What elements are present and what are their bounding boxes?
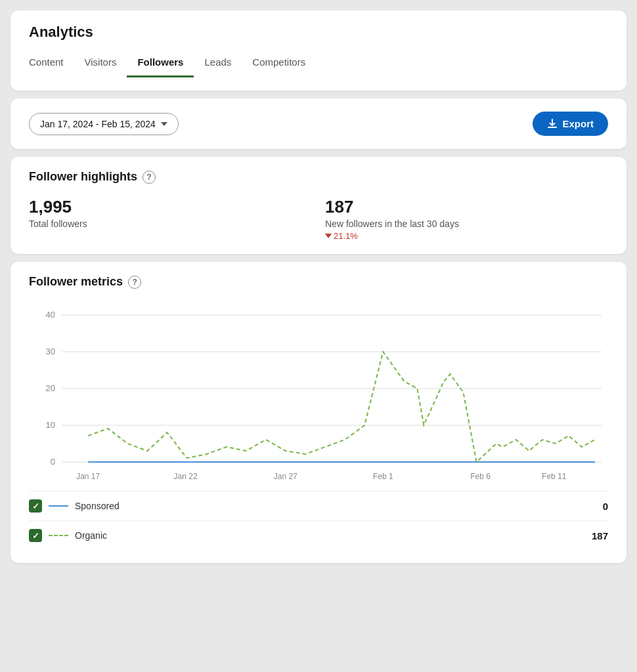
sponsored-legend-row: ✓ Sponsored 0 [29, 491, 608, 520]
followers-change-badge: 21.1% [325, 231, 608, 241]
tab-followers[interactable]: Followers [127, 51, 194, 77]
page-title: Analytics [29, 24, 608, 41]
highlights-grid: 1,995 Total followers 187 New followers … [29, 197, 608, 241]
total-followers-label: Total followers [29, 219, 312, 229]
new-followers-stat: 187 New followers in the last 30 days 21… [325, 197, 608, 241]
organic-label: Organic [75, 530, 585, 541]
svg-text:0: 0 [51, 457, 55, 467]
svg-text:Jan 22: Jan 22 [174, 472, 198, 481]
date-export-card: Jan 17, 2024 - Feb 15, 2024 Export [11, 98, 626, 149]
follower-metrics-title: Follower metrics ? [29, 275, 608, 289]
follower-highlights-title: Follower highlights ? [29, 170, 608, 184]
svg-text:Jan 27: Jan 27 [274, 472, 297, 481]
organic-line-indicator [49, 535, 68, 536]
export-button[interactable]: Export [533, 112, 608, 136]
total-followers-stat: 1,995 Total followers [29, 197, 312, 241]
chart-container: 40 30 20 10 0 Jan 17 Jan 22 Jan 27 Feb 1… [29, 302, 608, 486]
chevron-down-icon [161, 122, 167, 126]
decrease-icon [325, 234, 332, 238]
new-followers-label: New followers in the last 30 days [325, 219, 608, 229]
chart-area: 40 30 20 10 0 Jan 17 Jan 22 Jan 27 Feb 1… [29, 302, 608, 550]
metrics-help-icon[interactable]: ? [128, 276, 141, 289]
chart-legend: ✓ Sponsored 0 ✓ Organic 187 [29, 491, 608, 550]
line-chart: 40 30 20 10 0 Jan 17 Jan 22 Jan 27 Feb 1… [29, 302, 608, 486]
export-label: Export [562, 118, 594, 129]
organic-line [88, 352, 595, 462]
svg-text:Feb 11: Feb 11 [542, 472, 567, 481]
date-range-picker[interactable]: Jan 17, 2024 - Feb 15, 2024 [29, 113, 179, 135]
total-followers-value: 1,995 [29, 197, 312, 217]
date-range-label: Jan 17, 2024 - Feb 15, 2024 [40, 119, 156, 129]
sponsored-checkbox[interactable]: ✓ [29, 499, 42, 513]
svg-text:10: 10 [46, 420, 55, 430]
tab-competitors[interactable]: Competitors [242, 51, 316, 77]
tab-content[interactable]: Content [29, 51, 74, 77]
tab-leads[interactable]: Leads [194, 51, 242, 77]
svg-text:Feb 1: Feb 1 [373, 472, 393, 481]
analytics-tabs: Content Visitors Followers Leads Competi… [29, 51, 608, 77]
new-followers-value: 187 [325, 197, 608, 217]
svg-text:Jan 17: Jan 17 [76, 472, 100, 481]
analytics-header-card: Analytics Content Visitors Followers Lea… [11, 10, 626, 91]
sponsored-value: 0 [603, 501, 608, 512]
sponsored-label: Sponsored [75, 501, 596, 511]
tab-visitors[interactable]: Visitors [74, 51, 127, 77]
date-export-row: Jan 17, 2024 - Feb 15, 2024 Export [29, 112, 608, 136]
followers-change-value: 21.1% [334, 231, 358, 241]
organic-value: 187 [592, 530, 608, 541]
download-icon [547, 119, 558, 129]
organic-checkbox[interactable]: ✓ [29, 529, 42, 542]
svg-text:Feb 6: Feb 6 [470, 472, 491, 481]
svg-text:30: 30 [46, 346, 55, 356]
follower-highlights-card: Follower highlights ? 1,995 Total follow… [11, 157, 626, 254]
help-icon[interactable]: ? [143, 171, 156, 184]
organic-legend-row: ✓ Organic 187 [29, 520, 608, 550]
svg-text:20: 20 [46, 383, 55, 393]
svg-text:40: 40 [46, 310, 55, 320]
sponsored-line-indicator [49, 505, 68, 507]
follower-metrics-card: Follower metrics ? 40 30 20 10 0 Jan 17 … [11, 262, 626, 563]
